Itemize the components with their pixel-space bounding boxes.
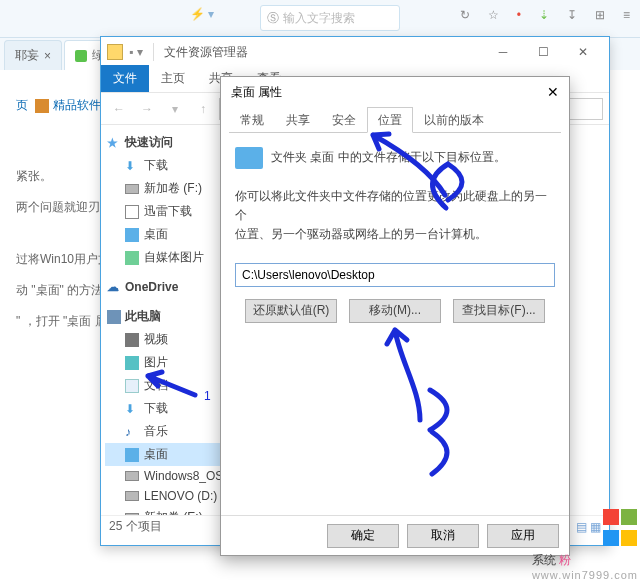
tab-general[interactable]: 常规 bbox=[229, 107, 275, 133]
move-button[interactable]: 移动(M)... bbox=[349, 299, 441, 323]
sidebar-item-win8[interactable]: Windows8_OS (C bbox=[105, 466, 226, 486]
close-button[interactable]: ✕ bbox=[547, 84, 559, 100]
sidebar-item-label: 迅雷下载 bbox=[144, 203, 192, 220]
browser-toolbar: ⚡ ▾ Ⓢ 输入文字搜索 ↻ ☆ • ⇣ ↧ ⊞ ≡ bbox=[0, 0, 640, 38]
status-text: 25 个项目 bbox=[109, 518, 162, 535]
sidebar-item-documents[interactable]: 文档 bbox=[105, 374, 226, 397]
props-tabs: 常规 共享 安全 位置 以前的版本 bbox=[229, 107, 561, 133]
watermark-text: 系统 bbox=[532, 552, 556, 569]
desktop-icon bbox=[125, 228, 139, 242]
search-placeholder: 输入文字搜索 bbox=[283, 10, 355, 27]
folder-icon bbox=[125, 205, 139, 219]
sidebar-item-thunder[interactable]: 迅雷下载 bbox=[105, 200, 226, 223]
sidebar-onedrive[interactable]: ☁OneDrive bbox=[105, 277, 226, 297]
sidebar-item-label: 图片 bbox=[144, 354, 168, 371]
close-button[interactable]: ✕ bbox=[563, 39, 603, 65]
sidebar-item-label: 桌面 bbox=[144, 226, 168, 243]
folder-icon bbox=[107, 44, 123, 60]
sidebar-item-downloads2[interactable]: ⬇下载 bbox=[105, 397, 226, 420]
explorer-titlebar[interactable]: ▪ ▾ 文件资源管理器 ─ ☐ ✕ bbox=[101, 37, 609, 67]
props-line2b: 位置、另一个驱动器或网络上的另一台计算机。 bbox=[235, 225, 555, 244]
desktop-properties-dialog: 桌面 属性 ✕ 常规 共享 安全 位置 以前的版本 文件夹 桌面 中的文件存储于… bbox=[220, 76, 570, 556]
sidebar-this-pc[interactable]: 此电脑 bbox=[105, 305, 226, 328]
cloud-icon: ☁ bbox=[107, 280, 121, 294]
search-input[interactable]: Ⓢ 输入文字搜索 bbox=[260, 5, 400, 31]
favicon-icon bbox=[75, 50, 87, 62]
tab-location[interactable]: 位置 bbox=[367, 107, 413, 133]
sidebar-item-pictures[interactable]: 图片 bbox=[105, 351, 226, 374]
page-title-frag: 页 bbox=[16, 98, 28, 112]
sidebar-item-downloads[interactable]: ⬇下载 bbox=[105, 154, 226, 177]
sidebar-item-desktop2[interactable]: 桌面 bbox=[105, 443, 226, 466]
maximize-button[interactable]: ☐ bbox=[523, 39, 563, 65]
sidebar-item-label: 桌面 bbox=[144, 446, 168, 463]
sidebar-item-newvol[interactable]: 新加卷 (F:) bbox=[105, 177, 226, 200]
ms-blue-icon bbox=[603, 530, 619, 546]
tab-share[interactable]: 共享 bbox=[275, 107, 321, 133]
sidebar-item-lenovo[interactable]: LENOVO (D:) bbox=[105, 486, 226, 506]
refresh-icon[interactable]: ↻ bbox=[460, 8, 470, 22]
watermark-url: www.win7999.com bbox=[532, 569, 638, 581]
ms-green-icon bbox=[621, 509, 637, 525]
pc-icon bbox=[107, 310, 121, 324]
recent-button[interactable]: ▾ bbox=[163, 97, 187, 121]
search-brand-icon: Ⓢ bbox=[267, 10, 279, 27]
tab-0[interactable]: 耶妄× bbox=[4, 40, 62, 70]
sidebar-item-label: OneDrive bbox=[125, 280, 178, 294]
minimize-button[interactable]: ─ bbox=[483, 39, 523, 65]
props-titlebar[interactable]: 桌面 属性 ✕ bbox=[221, 77, 569, 107]
props-line2a: 你可以将此文件夹中文件存储的位置更改为此硬盘上的另一个 bbox=[235, 187, 555, 225]
drive-icon bbox=[125, 471, 139, 481]
menu-icon[interactable]: ≡ bbox=[623, 8, 630, 22]
sidebar-item-label: 新加卷 (F:) bbox=[144, 180, 202, 197]
pictures-icon bbox=[125, 251, 139, 265]
props-title-text: 桌面 属性 bbox=[231, 84, 282, 101]
up-button[interactable]: ↑ bbox=[191, 97, 215, 121]
down-icon[interactable]: ↧ bbox=[567, 8, 577, 22]
sidebar-item-media[interactable]: 自媒体图片 bbox=[105, 246, 226, 269]
tab-label: 耶妄 bbox=[15, 47, 39, 64]
restore-default-button[interactable]: 还原默认值(R) bbox=[245, 299, 337, 323]
sidebar-item-label: 自媒体图片 bbox=[144, 249, 204, 266]
sidebar-item-label: LENOVO (D:) bbox=[144, 489, 217, 503]
watermark: 系统粉 www.win7999.com bbox=[532, 508, 638, 581]
tab-security[interactable]: 安全 bbox=[321, 107, 367, 133]
ribbon-file[interactable]: 文件 bbox=[101, 65, 149, 92]
download-icon[interactable]: ⇣ bbox=[539, 8, 549, 22]
grid-icon[interactable]: ⊞ bbox=[595, 8, 605, 22]
chevron-down-icon[interactable]: ▪ ▾ bbox=[129, 45, 143, 59]
folder-icon bbox=[235, 147, 263, 169]
sidebar-item-newvol2[interactable]: 新加卷 (E:) bbox=[105, 506, 226, 515]
ms-yellow-icon bbox=[621, 530, 637, 546]
ok-button[interactable]: 确定 bbox=[327, 524, 399, 548]
props-line1: 文件夹 桌面 中的文件存储于以下目标位置。 bbox=[271, 148, 506, 167]
star-icon: ★ bbox=[107, 136, 121, 150]
props-body: 文件夹 桌面 中的文件存储于以下目标位置。 你可以将此文件夹中文件存储的位置更改… bbox=[221, 133, 569, 513]
red-dot-icon[interactable]: • bbox=[517, 8, 521, 22]
tab-prev[interactable]: 以前的版本 bbox=[413, 107, 495, 133]
news-icon bbox=[35, 99, 49, 113]
watermark-accent: 粉 bbox=[559, 552, 571, 569]
path-input[interactable] bbox=[235, 263, 555, 287]
video-icon bbox=[125, 333, 139, 347]
sidebar-quick-access[interactable]: ★快速访问 bbox=[105, 131, 226, 154]
sidebar-item-label: 下载 bbox=[144, 157, 168, 174]
find-target-button[interactable]: 查找目标(F)... bbox=[453, 299, 545, 323]
explorer-sidebar: ★快速访问 ⬇下载 新加卷 (F:) 迅雷下载 桌面 自媒体图片 ☁OneDri… bbox=[101, 125, 231, 515]
star-icon[interactable]: ☆ bbox=[488, 8, 499, 22]
sidebar-item-label: 文档 bbox=[144, 377, 168, 394]
forward-button[interactable]: → bbox=[135, 97, 159, 121]
back-button[interactable]: ← bbox=[107, 97, 131, 121]
window-title: 文件资源管理器 bbox=[164, 44, 248, 61]
sidebar-item-desktop[interactable]: 桌面 bbox=[105, 223, 226, 246]
close-icon[interactable]: × bbox=[44, 49, 51, 63]
pictures-icon bbox=[125, 356, 139, 370]
window-controls: ─ ☐ ✕ bbox=[483, 39, 603, 65]
ribbon-home[interactable]: 主页 bbox=[149, 65, 197, 92]
separator bbox=[153, 43, 154, 61]
cancel-button[interactable]: 取消 bbox=[407, 524, 479, 548]
sidebar-item-music[interactable]: ♪音乐 bbox=[105, 420, 226, 443]
sidebar-item-video[interactable]: 视频 bbox=[105, 328, 226, 351]
sidebar-item-label: Windows8_OS (C bbox=[144, 469, 231, 483]
ms-red-icon bbox=[603, 509, 619, 525]
